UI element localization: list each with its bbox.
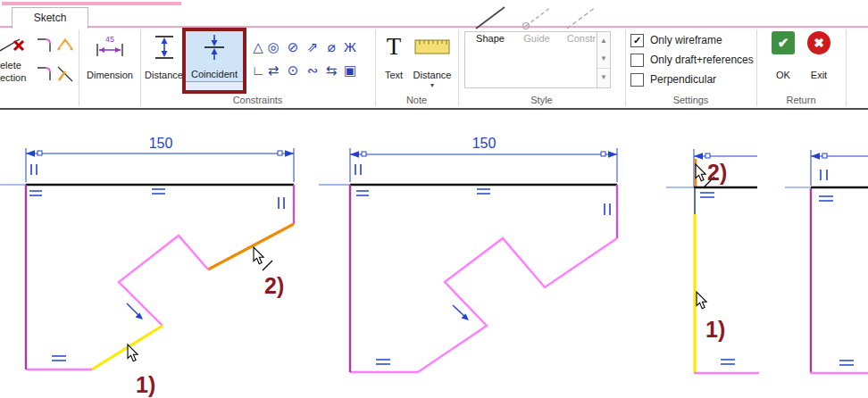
style-gallery-scrollbar[interactable]: ▲ ▼ ▼: [597, 31, 611, 88]
gallery-scroll-up-icon[interactable]: ▲: [597, 32, 610, 50]
sketch-canvas[interactable]: 150 2) 1) 150: [0, 113, 868, 398]
ok-check-icon: ✔: [772, 31, 795, 54]
text-icon: T: [379, 33, 409, 63]
note-distance-button[interactable]: Distance ▾: [409, 29, 455, 94]
guide-line-icon: [519, 4, 555, 31]
trim-icon[interactable]: [0, 36, 27, 55]
dim-grip[interactable]: [705, 153, 710, 158]
checkbox-label: Perpendicular: [650, 73, 716, 86]
sketch1: 150 2) 1): [0, 136, 294, 397]
dimension-button[interactable]: 45 Dimension: [82, 29, 138, 94]
style-item-shape[interactable]: Shape: [468, 33, 513, 44]
sketch3: 2) 1): [666, 149, 759, 373]
checkbox-box[interactable]: ✓: [630, 34, 644, 47]
direction-constraint-icon[interactable]: ⇗: [304, 39, 321, 55]
step2-label: 2): [707, 160, 727, 185]
coincident-highlight-box: Coincident: [182, 28, 246, 94]
svg-text:45: 45: [105, 35, 114, 44]
chamfer-line-icon[interactable]: [55, 64, 75, 84]
move-direction-arrow: [127, 303, 143, 319]
exit-button[interactable]: ✖ Exit: [802, 29, 836, 94]
coincident-button[interactable]: Coincident: [186, 31, 243, 90]
text-button[interactable]: T Text: [379, 29, 409, 94]
fillet-corner-icon[interactable]: [34, 64, 54, 84]
sketch4: [785, 150, 868, 373]
tangent-constraint-icon[interactable]: ⊘: [284, 39, 302, 55]
dim-arrow: [694, 153, 703, 160]
midpoint-constraint-icon[interactable]: ▣: [341, 62, 359, 79]
parallel-constraint-icon[interactable]: ⇆: [322, 62, 340, 79]
group-separator: [79, 29, 79, 106]
ruler-icon: [409, 33, 455, 63]
dim-arrow-right: [285, 150, 294, 157]
sketch2: 150: [319, 136, 617, 372]
ribbon-bottom-border: [0, 108, 868, 110]
symmetry-constraint-icon[interactable]: Ж: [341, 39, 359, 55]
checkbox-box[interactable]: ✓: [630, 73, 644, 87]
group-separator: [846, 29, 847, 106]
dim-arrow-left: [26, 150, 35, 157]
checkbox-label: Only draft+references: [650, 54, 754, 66]
dim-grip[interactable]: [601, 152, 605, 156]
step1-label: 1): [705, 317, 725, 342]
return-group-label: Return: [756, 95, 846, 105]
zigzag-edges[interactable]: [119, 236, 208, 326]
concentric-constraint-icon[interactable]: ◎: [264, 39, 282, 55]
constraint-marks: [355, 164, 610, 364]
cursor-arrow: [254, 247, 263, 264]
delete-section-label[interactable]: elete ection: [0, 59, 36, 84]
dimension-value[interactable]: 150: [149, 136, 173, 151]
constraint-marks: [819, 170, 854, 365]
pick-line-indicator: [263, 261, 272, 270]
style-group-label: Style: [458, 95, 625, 105]
dim-grip[interactable]: [822, 153, 827, 158]
step1-label: 1): [136, 372, 155, 397]
checkbox-box[interactable]: ✓: [630, 54, 644, 67]
window-accent-strip: [2, 2, 181, 5]
fix-constraint-icon[interactable]: ⌀: [322, 39, 340, 55]
distance-constraint-button[interactable]: Distance: [143, 29, 185, 94]
dim-grip[interactable]: [38, 151, 42, 155]
zigzag-edges[interactable]: [350, 238, 617, 372]
settings-group-label: Settings: [625, 95, 756, 105]
dim-grip[interactable]: [362, 152, 366, 156]
radius-constraint-icon[interactable]: ⊙: [284, 62, 302, 79]
chamfer-icon[interactable]: [55, 36, 75, 54]
cursor-arrow: [696, 164, 705, 181]
solid-line-icon: [472, 4, 508, 31]
ok-button[interactable]: ✔ OK: [766, 29, 800, 94]
tab-sketch[interactable]: Sketch: [12, 7, 88, 29]
move-direction-arrow: [453, 305, 469, 320]
dim-arrow-right: [608, 151, 617, 158]
constraint-marks: [29, 164, 284, 361]
construction-line-icon: [563, 4, 599, 31]
fillet-icon[interactable]: [34, 36, 54, 55]
distance-dropdown-arrow[interactable]: ▾: [409, 81, 455, 89]
distance-constraint-icon: [143, 33, 185, 63]
dimension-value[interactable]: 150: [472, 136, 497, 151]
constraints-group-label: Constraints: [140, 95, 375, 105]
style-item-guide[interactable]: Guide: [514, 33, 559, 44]
highlighted-segment-2[interactable]: [208, 224, 294, 269]
equal-length-constraint-icon[interactable]: ⇄: [264, 62, 282, 79]
step2-label: 2): [264, 273, 284, 298]
tab-underline: [0, 26, 868, 28]
note-group-label: Note: [375, 95, 458, 105]
cursor-arrow: [697, 292, 706, 309]
checkbox-label: Only wireframe: [650, 34, 722, 46]
exit-cross-icon: ✖: [807, 31, 830, 54]
gallery-expand-icon[interactable]: ▼: [597, 68, 610, 87]
coincident-button-strip: [186, 81, 243, 90]
dim-arrow-left: [350, 151, 359, 158]
equal-radius-constraint-icon[interactable]: ∾: [304, 62, 321, 79]
dim-arrow: [811, 153, 820, 160]
dimension-icon: 45: [82, 33, 138, 63]
dim-grip[interactable]: [278, 151, 282, 155]
gallery-scroll-down-icon[interactable]: ▼: [597, 50, 610, 68]
ribbon: Sketch elete ection 45: [0, 0, 868, 113]
cursor-arrow: [128, 344, 138, 361]
